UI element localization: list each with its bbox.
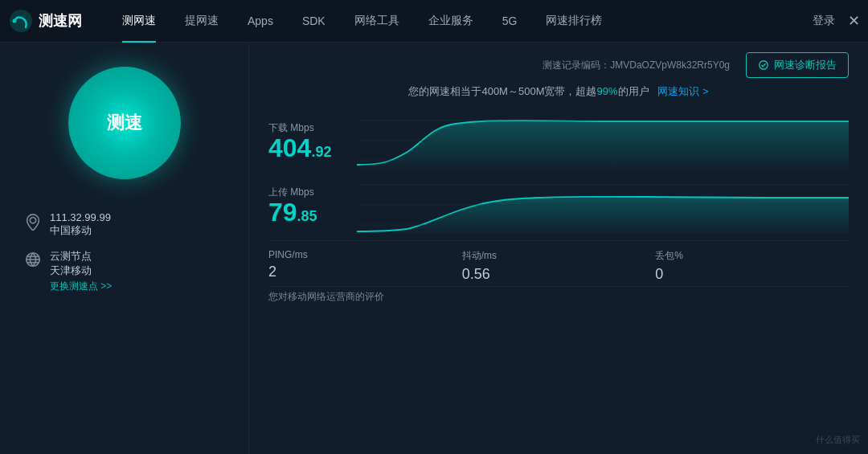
ping-stat: PING/ms 2: [268, 249, 462, 283]
logo-text: 测速网: [39, 11, 82, 31]
watermark: 什么值得买: [816, 434, 860, 446]
nav-item-tools[interactable]: 网络工具: [340, 0, 414, 43]
nav-item-5g[interactable]: 5G: [488, 0, 532, 43]
upload-label-area: 上传 Mbps 79.85: [268, 186, 357, 225]
ip-info-row: 111.32.99.99 中国移动: [24, 211, 224, 238]
loss-value: 0: [655, 266, 663, 283]
loss-label: 丢包%: [655, 249, 683, 263]
upload-row: 上传 Mbps 79.85: [268, 173, 849, 237]
charts-area: 下载 Mbps 404.92: [268, 108, 849, 446]
nav-item-tinewang[interactable]: 提网速: [170, 0, 233, 43]
nav-item-sdk[interactable]: SDK: [288, 0, 340, 43]
diag-button[interactable]: 网速诊断报告: [746, 52, 849, 78]
upload-chart: [357, 177, 849, 233]
logo[interactable]: 测速网: [8, 8, 88, 34]
nav-item-cesuwang[interactable]: 测网速: [108, 0, 170, 43]
download-value: 404.92: [268, 135, 357, 161]
right-panel: 测速记录编码：JMVDaOZVpW8k32Rr5Y0g 网速诊断报告 您的网速相…: [249, 43, 868, 454]
jitter-value: 0.56: [462, 266, 490, 283]
eval-text: 您对移动网络运营商的评价: [268, 286, 849, 304]
navigation: 测速网 测网速 提网速 Apps SDK 网络工具 企业服务 5G 网速排行榜 …: [0, 0, 868, 43]
ping-label: PING/ms: [268, 249, 308, 260]
diag-icon: [758, 59, 769, 71]
stats-row: PING/ms 2 抖动/ms 0.56 丢包% 0: [268, 240, 849, 283]
download-row: 下载 Mbps 404.92: [268, 108, 849, 173]
node-text: 云测节点 天津移动 更换测速点 >>: [50, 249, 112, 293]
svg-point-1: [13, 19, 17, 23]
download-label-area: 下载 Mbps 404.92: [268, 121, 357, 161]
nav-right: 登录 ✕: [813, 12, 860, 30]
download-chart: [357, 112, 849, 169]
nav-items: 测网速 提网速 Apps SDK 网络工具 企业服务 5G 网速排行榜: [108, 0, 813, 43]
ping-value: 2: [268, 264, 276, 280]
record-code: 测速记录编码：JMVDaOZVpW8k32Rr5Y0g: [542, 59, 730, 72]
jitter-stat: 抖动/ms 0.56: [462, 249, 656, 283]
jitter-label: 抖动/ms: [462, 249, 497, 263]
info-section: 111.32.99.99 中国移动 云测节点: [0, 203, 248, 301]
close-button[interactable]: ✕: [848, 12, 860, 30]
knowledge-link[interactable]: 网速知识 >: [657, 85, 708, 97]
speed-test-button[interactable]: 测速: [68, 67, 181, 179]
main-content: 测速 111.32.99.99 中国移动: [0, 43, 868, 454]
change-node-link[interactable]: 更换测速点 >>: [50, 280, 112, 293]
nav-item-apps[interactable]: Apps: [233, 0, 288, 43]
svg-point-2: [30, 218, 35, 223]
logo-icon: [8, 8, 34, 34]
login-button[interactable]: 登录: [813, 14, 835, 28]
node-info-row: 云测节点 天津移动 更换测速点 >>: [24, 249, 224, 293]
location-icon: [24, 213, 42, 231]
nav-item-enterprise[interactable]: 企业服务: [414, 0, 488, 43]
loss-stat: 丢包% 0: [655, 249, 849, 283]
top-bar: 测速记录编码：JMVDaOZVpW8k32Rr5Y0g 网速诊断报告: [268, 52, 849, 78]
upload-value: 79.85: [268, 199, 357, 225]
ip-text: 111.32.99.99 中国移动: [50, 211, 111, 238]
nav-item-ranking[interactable]: 网速排行榜: [531, 0, 616, 43]
left-panel: 测速 111.32.99.99 中国移动: [0, 43, 249, 454]
speed-summary: 您的网速相当于400M～500M宽带，超越99%的用户 网速知识 >: [268, 84, 849, 99]
globe-icon: [24, 251, 42, 268]
